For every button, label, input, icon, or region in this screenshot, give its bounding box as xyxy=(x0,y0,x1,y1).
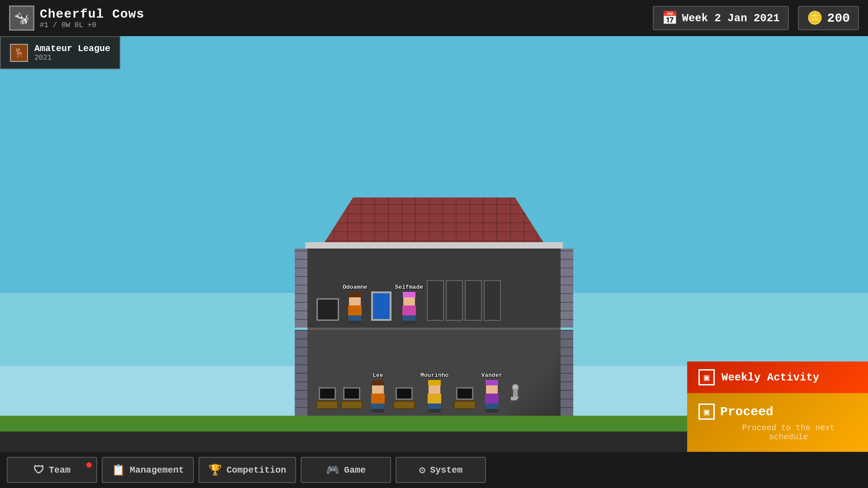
competition-label: Competition xyxy=(226,465,286,475)
system-label: System xyxy=(430,465,462,475)
left-wall-upper xyxy=(295,249,307,328)
vander-hair xyxy=(486,380,498,385)
vander-legs xyxy=(486,404,498,409)
game-button[interactable]: 🎮 Game xyxy=(301,457,391,483)
lee-legs xyxy=(372,404,384,409)
selfmade-hair xyxy=(403,292,415,297)
desk-unit-2 xyxy=(341,387,363,409)
right-panel: ▣ Weekly Activity ▣ Proceed Proceed to t… xyxy=(687,361,868,452)
calendar-icon: 📅 xyxy=(662,10,678,26)
monitor-desk-2 xyxy=(343,387,360,400)
proceed-subtitle: Proceed to the next schedule xyxy=(720,423,857,441)
sky-line-1 xyxy=(0,145,868,146)
bottom-nav: 🛡 Team 📋 Management 🏆 Competition 🎮 Game… xyxy=(0,452,868,488)
selfmade-legs xyxy=(403,315,415,321)
team-button[interactable]: 🛡 Team xyxy=(7,457,97,483)
team-logo-area: 🐄 Cheerful Cows #1 / 0W 0L +0 xyxy=(9,5,144,31)
odoamne-label: Odoamne xyxy=(343,284,368,291)
lee-sprite xyxy=(368,380,388,409)
odoamne-legs xyxy=(349,315,361,321)
desk-surface-2 xyxy=(341,401,363,409)
trophy-top xyxy=(512,384,519,389)
server-4 xyxy=(484,280,501,321)
management-label: Management xyxy=(130,465,184,475)
desk-surface-1 xyxy=(316,401,338,409)
building-roof xyxy=(307,191,561,249)
roof-shape xyxy=(307,197,561,249)
character-selfmade: Selfmade xyxy=(395,284,423,321)
trophy-stem xyxy=(513,389,518,397)
management-icon: 📋 xyxy=(112,464,125,477)
proceed-icon: ▣ xyxy=(698,404,715,420)
right-wall-upper xyxy=(561,249,573,328)
vander-face xyxy=(486,385,498,394)
vander-sprite xyxy=(482,380,502,409)
vander-label: Vander xyxy=(481,372,502,379)
blue-screen xyxy=(371,291,392,321)
mourinho-sprite xyxy=(425,380,444,409)
hud-center: 📅 Week 2 Jan 2021 🪙 200 xyxy=(653,6,859,30)
team-info: Cheerful Cows #1 / 0W 0L +0 xyxy=(40,7,144,29)
week-text: Week 2 Jan 2021 xyxy=(682,12,780,24)
lee-hair xyxy=(372,380,384,385)
week-display: 📅 Week 2 Jan 2021 xyxy=(653,6,789,30)
team-label: Team xyxy=(49,465,71,475)
desk-surface-3 xyxy=(393,401,415,409)
proceed-button[interactable]: ▣ Proceed Proceed to the next schedule xyxy=(687,393,868,452)
team-cow-icon: 🐄 xyxy=(9,5,34,31)
currency-amount: 200 xyxy=(827,11,850,25)
character-vander: Vander xyxy=(481,372,502,409)
mourinho-feet xyxy=(428,409,441,413)
proceed-top: ▣ Proceed xyxy=(698,404,774,420)
game-label: Game xyxy=(344,465,366,475)
team-notification-dot xyxy=(86,462,92,468)
lee-feet xyxy=(372,409,384,413)
game-world: 🐄 Cheerful Cows #1 / 0W 0L +0 📅 Week 2 J… xyxy=(0,0,868,488)
vander-body xyxy=(485,394,499,404)
desk-unit-1 xyxy=(316,387,338,409)
building: Odoamne Selfmade xyxy=(307,191,561,416)
vander-feet xyxy=(486,409,498,413)
monitor-desk-3 xyxy=(396,387,413,400)
sky-line-2 xyxy=(0,163,868,164)
lee-body xyxy=(371,394,385,404)
selfmade-feet xyxy=(403,321,415,324)
currency-display: 🪙 200 xyxy=(798,6,859,30)
weekly-activity-button[interactable]: ▣ Weekly Activity xyxy=(687,361,868,393)
monitor-desk-1 xyxy=(319,387,336,400)
odoamne-sprite xyxy=(345,292,365,321)
server-1 xyxy=(427,280,444,321)
team-icon: 🛡 xyxy=(33,464,44,477)
league-name: Amateur League xyxy=(34,43,110,54)
weekly-activity-label: Weekly Activity xyxy=(722,371,819,384)
character-odoamne: Odoamne xyxy=(343,284,368,321)
right-wall-lower xyxy=(561,330,573,416)
league-year: 2021 xyxy=(34,54,110,62)
top-hud: 🐄 Cheerful Cows #1 / 0W 0L +0 📅 Week 2 J… xyxy=(0,0,868,36)
character-mourinho: Mourinho xyxy=(420,372,448,409)
management-button[interactable]: 📋 Management xyxy=(102,457,194,483)
roof-texture xyxy=(307,197,561,249)
proceed-title: Proceed xyxy=(720,405,774,419)
odoamne-hair xyxy=(349,292,361,297)
upper-floor: Odoamne Selfmade xyxy=(307,249,561,330)
game-icon: 🎮 xyxy=(326,464,340,477)
building-ramp xyxy=(506,334,561,416)
mourinho-legs xyxy=(428,404,441,409)
server-3 xyxy=(465,280,482,321)
lee-face xyxy=(372,385,384,394)
competition-button[interactable]: 🏆 Competition xyxy=(198,457,296,483)
selfmade-body xyxy=(402,305,416,315)
league-icon: 🦌 xyxy=(10,44,28,62)
selfmade-face xyxy=(403,297,415,305)
selfmade-label: Selfmade xyxy=(395,284,423,291)
team-name: Cheerful Cows xyxy=(40,7,144,21)
mourinho-label: Mourinho xyxy=(420,372,448,379)
competition-icon: 🏆 xyxy=(208,464,222,477)
system-button[interactable]: ⚙ System xyxy=(396,457,486,483)
monitor-desk-4 xyxy=(456,387,473,400)
mourinho-face xyxy=(429,385,440,394)
odoamne-face xyxy=(349,297,361,305)
system-icon: ⚙ xyxy=(419,464,425,477)
weekly-activity-icon: ▣ xyxy=(698,369,715,385)
